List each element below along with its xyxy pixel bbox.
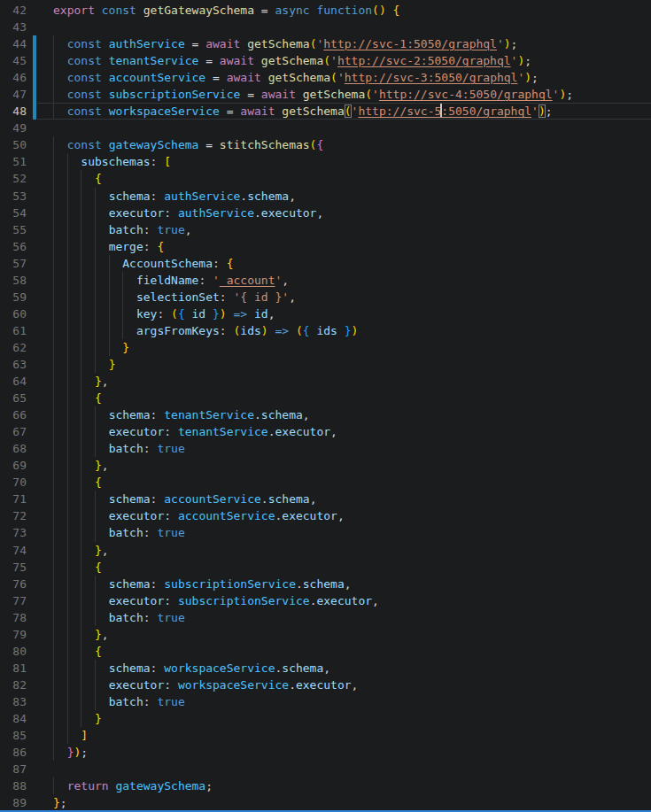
code-line[interactable]: 51 subschemas: [	[0, 153, 651, 170]
code-line[interactable]: 78 batch: true	[0, 609, 651, 626]
code-text[interactable]: schema: workspaceService.schema,	[53, 660, 651, 677]
code-text[interactable]: }	[53, 339, 651, 356]
code-line[interactable]: 67 executor: tenantService.executor,	[0, 423, 651, 440]
line-number[interactable]: 66	[0, 406, 27, 423]
code-line[interactable]: 55 batch: true,	[0, 221, 651, 238]
line-number[interactable]: 48	[0, 103, 27, 120]
code-line[interactable]: 44 const authService = await getSchema('…	[0, 35, 651, 52]
code-text[interactable]: const tenantService = await getSchema('h…	[53, 52, 651, 69]
code-text[interactable]: {	[53, 170, 651, 187]
code-text[interactable]: },	[53, 542, 651, 559]
code-text[interactable]: const authService = await getSchema('htt…	[53, 35, 651, 52]
code-text[interactable]: },	[53, 457, 651, 474]
line-number[interactable]: 78	[0, 609, 27, 626]
line-number[interactable]: 58	[0, 272, 27, 289]
code-line[interactable]: 46 const accountService = await getSchem…	[0, 69, 651, 86]
line-number[interactable]: 50	[0, 136, 27, 153]
code-line[interactable]: 56 merge: {	[0, 238, 651, 255]
code-text[interactable]: executor: accountService.executor,	[53, 507, 651, 524]
code-text[interactable]: },	[53, 626, 651, 643]
code-line[interactable]: 64 },	[0, 373, 651, 390]
line-number[interactable]: 67	[0, 423, 27, 440]
code-text[interactable]: ]	[53, 727, 651, 744]
code-text[interactable]: export const getGatewaySchema = async fu…	[53, 2, 651, 19]
code-line[interactable]: 58 fieldName: '_account',	[0, 272, 651, 289]
line-number[interactable]: 57	[0, 255, 27, 272]
code-text[interactable]: AccountSchema: {	[53, 255, 651, 272]
code-text[interactable]: return gatewaySchema;	[53, 777, 651, 794]
line-number[interactable]: 76	[0, 576, 27, 592]
code-text[interactable]: }	[53, 710, 651, 727]
code-line[interactable]: 71 schema: accountService.schema,	[0, 491, 651, 507]
line-number[interactable]: 44	[0, 35, 27, 52]
line-number[interactable]: 74	[0, 542, 27, 559]
line-number[interactable]: 43	[0, 19, 27, 35]
code-text[interactable]: subschemas: [	[53, 153, 651, 170]
code-text[interactable]: const workspaceService = await getSchema…	[53, 103, 651, 120]
code-text[interactable]: }	[53, 356, 651, 373]
line-number[interactable]: 80	[0, 643, 27, 660]
line-number[interactable]: 82	[0, 677, 27, 693]
line-number[interactable]: 87	[0, 761, 27, 777]
code-line[interactable]: 76 schema: subscriptionService.schema,	[0, 576, 651, 592]
code-line[interactable]: 53 schema: authService.schema,	[0, 188, 651, 205]
line-number[interactable]: 60	[0, 305, 27, 322]
line-number[interactable]: 81	[0, 660, 27, 677]
line-number[interactable]: 84	[0, 710, 27, 727]
line-number[interactable]: 73	[0, 524, 27, 541]
line-number[interactable]: 88	[0, 777, 27, 794]
code-text[interactable]: schema: authService.schema,	[53, 188, 651, 205]
code-line[interactable]: 83 batch: true	[0, 693, 651, 710]
line-number[interactable]: 42	[0, 2, 27, 19]
line-number[interactable]: 49	[0, 120, 27, 136]
line-number[interactable]: 77	[0, 592, 27, 609]
code-line[interactable]: 57 AccountSchema: {	[0, 255, 651, 272]
line-number[interactable]: 62	[0, 339, 27, 356]
line-number[interactable]: 79	[0, 626, 27, 643]
code-line[interactable]: 86 });	[0, 744, 651, 761]
line-number[interactable]: 46	[0, 69, 27, 86]
code-line[interactable]: 50 const gatewaySchema = stitchSchemas({	[0, 136, 651, 153]
code-text[interactable]: batch: true	[53, 693, 651, 710]
code-line[interactable]: 77 executor: subscriptionService.executo…	[0, 592, 651, 609]
code-text[interactable]: executor: subscriptionService.executor,	[53, 592, 651, 609]
code-text[interactable]: });	[53, 744, 651, 761]
line-number[interactable]: 69	[0, 457, 27, 474]
code-text[interactable]: const gatewaySchema = stitchSchemas({	[53, 136, 651, 153]
line-number[interactable]: 61	[0, 322, 27, 339]
code-line[interactable]: 42export const getGatewaySchema = async …	[0, 2, 651, 19]
code-text[interactable]: schema: subscriptionService.schema,	[53, 576, 651, 592]
code-line[interactable]: 81 schema: workspaceService.schema,	[0, 660, 651, 677]
code-line[interactable]: 80 {	[0, 643, 651, 660]
code-text[interactable]: executor: authService.executor,	[53, 205, 651, 221]
code-text[interactable]: fieldName: '_account',	[53, 272, 651, 289]
code-line[interactable]: 82 executor: workspaceService.executor,	[0, 677, 651, 693]
code-text[interactable]: batch: true	[53, 609, 651, 626]
code-line[interactable]: 70 {	[0, 474, 651, 491]
code-line[interactable]: 45 const tenantService = await getSchema…	[0, 52, 651, 69]
code-text[interactable]: selectionSet: '{ id }',	[53, 289, 651, 305]
code-line[interactable]: 68 batch: true	[0, 440, 651, 457]
code-text[interactable]: {	[53, 390, 651, 406]
code-line[interactable]: 88 return gatewaySchema;	[0, 777, 651, 794]
code-line[interactable]: 65 {	[0, 390, 651, 406]
code-text[interactable]: {	[53, 643, 651, 660]
code-text[interactable]: schema: tenantService.schema,	[53, 406, 651, 423]
line-number[interactable]: 54	[0, 205, 27, 221]
code-text[interactable]: batch: true	[53, 524, 651, 541]
line-number[interactable]: 53	[0, 188, 27, 205]
line-number[interactable]: 64	[0, 373, 27, 390]
code-line[interactable]: 60 key: ({ id }) => id,	[0, 305, 651, 322]
line-number[interactable]: 72	[0, 507, 27, 524]
code-text[interactable]: const accountService = await getSchema('…	[53, 69, 651, 86]
code-text[interactable]: executor: tenantService.executor,	[53, 423, 651, 440]
line-number[interactable]: 85	[0, 727, 27, 744]
code-line[interactable]: 74 },	[0, 542, 651, 559]
line-number[interactable]: 71	[0, 491, 27, 507]
code-text[interactable]: {	[53, 474, 651, 491]
line-number[interactable]: 51	[0, 153, 27, 170]
code-text[interactable]: },	[53, 373, 651, 390]
code-line[interactable]: 87	[0, 761, 651, 777]
code-line[interactable]: 49	[0, 120, 651, 136]
code-line[interactable]: 75 {	[0, 559, 651, 576]
